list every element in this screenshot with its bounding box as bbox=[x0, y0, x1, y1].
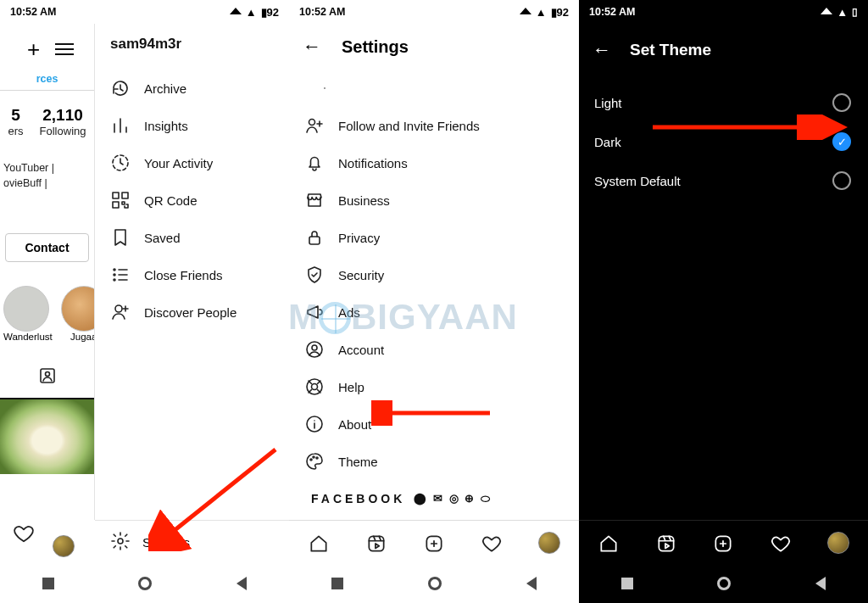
qr-icon bbox=[110, 190, 131, 210]
activity-icon bbox=[110, 153, 131, 173]
svg-point-8 bbox=[114, 279, 115, 281]
profile-side-menu: sam94m3r Archive Insights Your Activity … bbox=[95, 24, 289, 564]
svg-point-1 bbox=[45, 372, 49, 377]
nav-activity-icon[interactable] bbox=[481, 533, 501, 553]
screen-set-theme: 10:52 AM ▲ ▯ ← Set Theme Light Dark ✓ Sy… bbox=[579, 0, 868, 603]
settings-item-account[interactable]: Account bbox=[296, 331, 572, 368]
nav-home-icon[interactable] bbox=[598, 533, 618, 553]
sysnav-home[interactable] bbox=[717, 577, 731, 590]
sysnav-recents[interactable] bbox=[621, 578, 633, 589]
archive-icon bbox=[110, 78, 131, 98]
signal-icon bbox=[230, 8, 242, 14]
settings-item-help[interactable]: Help bbox=[296, 368, 572, 405]
settings-item-security[interactable]: Security bbox=[296, 256, 572, 293]
screen-settings: 10:52 AM ▲ ▮92 ← Settings Follow and Inv… bbox=[289, 0, 579, 603]
sysnav-home[interactable] bbox=[428, 577, 442, 590]
svg-point-18 bbox=[310, 459, 312, 461]
settings-item-ads[interactable]: Ads bbox=[296, 293, 572, 331]
settings-item-hidden[interactable] bbox=[296, 70, 572, 107]
sysnav-back[interactable] bbox=[236, 577, 247, 590]
megaphone-icon bbox=[304, 302, 325, 322]
menu-item-your-activity[interactable]: Your Activity bbox=[95, 144, 289, 181]
menu-item-qr-code[interactable]: QR Code bbox=[95, 181, 289, 219]
settings-list: Follow and Invite Friends Notifications … bbox=[289, 66, 579, 583]
menu-item-close-friends[interactable]: Close Friends bbox=[95, 256, 289, 293]
menu-item-discover-people[interactable]: Discover People bbox=[95, 293, 289, 331]
menu-item-settings[interactable]: Settings bbox=[95, 520, 289, 564]
settings-item-notifications[interactable]: Notifications bbox=[296, 144, 572, 181]
new-post-icon[interactable]: + bbox=[27, 36, 40, 63]
wifi-icon: ▲ bbox=[536, 6, 547, 19]
theme-option-light[interactable]: Light bbox=[579, 83, 868, 122]
nav-activity-icon[interactable] bbox=[770, 533, 790, 553]
svg-point-9 bbox=[115, 305, 122, 312]
svg-rect-5 bbox=[113, 202, 119, 208]
svg-point-7 bbox=[114, 274, 115, 276]
menu-item-saved[interactable]: Saved bbox=[95, 219, 289, 256]
shield-icon bbox=[304, 265, 325, 285]
theme-option-system-default[interactable]: System Default bbox=[579, 161, 868, 200]
sysnav-recents[interactable] bbox=[42, 578, 54, 589]
sysnav-home[interactable] bbox=[138, 577, 152, 590]
nav-profile-avatar[interactable] bbox=[827, 532, 849, 554]
account-icon bbox=[304, 339, 325, 360]
saved-icon bbox=[110, 227, 131, 248]
settings-item-about[interactable]: About bbox=[296, 405, 572, 443]
settings-item-theme[interactable]: Theme bbox=[296, 443, 572, 480]
contact-button[interactable]: Contact bbox=[5, 233, 89, 262]
android-system-nav bbox=[289, 564, 579, 603]
highlight-cover-icon bbox=[61, 286, 95, 332]
nav-home-icon[interactable] bbox=[308, 533, 328, 553]
nav-reels-icon[interactable] bbox=[655, 533, 676, 553]
highlight-jugaa[interactable]: Jugaa bbox=[61, 286, 95, 342]
post-thumbnail[interactable] bbox=[0, 398, 94, 474]
settings-item-business[interactable]: Business bbox=[296, 181, 572, 219]
gear-icon bbox=[110, 531, 131, 555]
palette-icon bbox=[304, 451, 325, 472]
settings-item-follow-invite[interactable]: Follow and Invite Friends bbox=[296, 107, 572, 144]
back-icon[interactable]: ← bbox=[593, 39, 611, 61]
following-count[interactable]: 2,110 bbox=[40, 106, 86, 125]
menu-icon[interactable] bbox=[55, 43, 74, 55]
sysnav-back[interactable] bbox=[526, 577, 537, 590]
bell-icon bbox=[304, 153, 325, 173]
menu-item-archive[interactable]: Archive bbox=[95, 70, 289, 107]
tab-link[interactable]: rces bbox=[0, 66, 94, 91]
status-time: 10:52 AM bbox=[589, 6, 635, 18]
stat-partial: 5 bbox=[8, 106, 24, 125]
nav-new-icon[interactable] bbox=[423, 533, 443, 553]
nav-reels-icon[interactable] bbox=[365, 533, 386, 553]
nav-profile-avatar[interactable] bbox=[538, 532, 560, 554]
tagged-tab-icon[interactable] bbox=[0, 366, 94, 389]
profile-bio: YouTuber | ovieBuff | bbox=[0, 144, 94, 191]
screen-profile-menu: 10:52 AM ▲ ▮92 + rces 5 ers bbox=[0, 0, 289, 603]
theme-option-dark[interactable]: Dark ✓ bbox=[579, 122, 868, 161]
status-icons: ▲ ▮92 bbox=[230, 6, 279, 19]
sysnav-recents[interactable] bbox=[331, 578, 343, 589]
battery-icon: ▮92 bbox=[551, 6, 569, 19]
sysnav-back[interactable] bbox=[815, 577, 826, 590]
back-icon[interactable]: ← bbox=[303, 36, 321, 58]
facebook-product-icons: ⬤ ✉ ◎ ⊕ ⬭ bbox=[414, 492, 491, 505]
wifi-icon: ▲ bbox=[837, 6, 848, 19]
svg-rect-12 bbox=[309, 237, 320, 244]
menu-item-insights[interactable]: Insights bbox=[95, 107, 289, 144]
svg-point-10 bbox=[118, 539, 123, 544]
svg-point-19 bbox=[313, 456, 314, 458]
status-icons: ▲ ▮92 bbox=[520, 6, 569, 19]
nav-activity-icon[interactable] bbox=[12, 522, 36, 549]
status-bar: 10:52 AM ▲ ▮92 bbox=[289, 0, 579, 24]
close-friends-icon bbox=[110, 265, 131, 285]
page-title: Set Theme bbox=[630, 41, 711, 59]
nav-new-icon[interactable] bbox=[712, 533, 732, 553]
svg-point-6 bbox=[114, 269, 115, 271]
settings-item-privacy[interactable]: Privacy bbox=[296, 219, 572, 256]
highlight-wanderlust[interactable]: Wanderlust bbox=[3, 286, 53, 342]
nav-profile-avatar[interactable] bbox=[53, 535, 75, 557]
status-bar: 10:52 AM ▲ ▮92 bbox=[0, 0, 289, 24]
svg-rect-3 bbox=[113, 193, 119, 198]
info-icon bbox=[304, 414, 325, 434]
radio-unselected-icon bbox=[832, 171, 851, 190]
signal-icon bbox=[520, 8, 531, 14]
bottom-nav bbox=[579, 520, 868, 564]
